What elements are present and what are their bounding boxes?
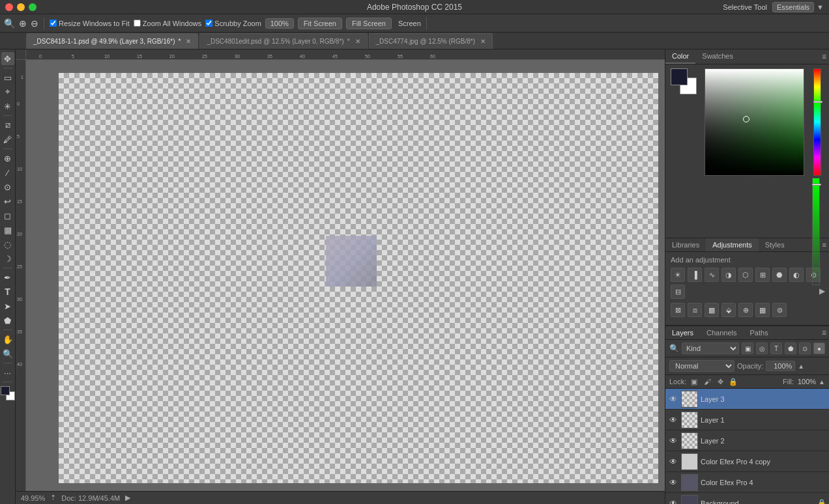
foreground-color-box[interactable] — [671, 68, 688, 85]
shape-tool[interactable]: ⬟ — [1, 314, 14, 327]
clone-tool[interactable]: ⊙ — [1, 180, 14, 193]
hue-sat-adj[interactable]: ⊞ — [755, 268, 770, 282]
layer-visibility-background[interactable]: 👁 — [668, 498, 678, 505]
foreground-color-swatch[interactable] — [1, 386, 10, 395]
close-button[interactable] — [5, 3, 13, 11]
smart-filter-btn[interactable]: ⊙ — [799, 343, 811, 354]
posterize-adj[interactable]: ▩ — [705, 303, 719, 317]
move-tool[interactable]: ✥ — [1, 52, 14, 65]
color-balance-adj[interactable]: ⬣ — [772, 268, 787, 282]
fill-screen-button[interactable]: Fill Screen — [346, 18, 392, 29]
adj-panel-menu-icon[interactable]: ≡ — [822, 241, 826, 249]
lock-position-btn[interactable]: ✥ — [715, 376, 725, 387]
gradient-map-adj[interactable]: ▦ — [755, 303, 770, 317]
layer-visibility-layer2[interactable]: 👁 — [668, 436, 678, 446]
scrubby-zoom-checkbox-group[interactable]: Scrubby Zoom — [205, 20, 261, 27]
invert-adj[interactable]: ⧈ — [688, 303, 702, 317]
healing-tool[interactable]: ⊕ — [1, 152, 14, 165]
color-panel-menu-icon[interactable]: ≡ — [822, 52, 826, 61]
threshold-adj[interactable]: ⬙ — [721, 303, 736, 317]
workspace-select[interactable]: Essentials — [772, 2, 814, 12]
status-icon[interactable]: ⇡ — [50, 494, 56, 502]
layer-item-color-efex[interactable]: 👁 Color Efex Pro 4 — [665, 472, 829, 493]
layer-visibility-layer3[interactable]: 👁 — [668, 394, 678, 404]
shadow-hl-adj[interactable]: ⊜ — [772, 303, 787, 317]
maximize-button[interactable] — [29, 3, 36, 11]
layers-tab[interactable]: Layers — [665, 326, 700, 339]
resize-windows-checkbox-group[interactable]: Resize Windows to Fit — [50, 20, 130, 27]
layer-item-layer3[interactable]: 👁 Layer 3 — [665, 389, 829, 410]
shape-filter-btn[interactable]: ⬟ — [785, 343, 796, 354]
opacity-arrows-icon[interactable]: ▲ — [798, 363, 804, 370]
path-select-tool[interactable]: ➤ — [1, 300, 14, 313]
color-tab[interactable]: Color — [665, 49, 695, 64]
tool-search[interactable]: 🔍 — [4, 18, 15, 29]
zoom-all-windows-checkbox[interactable] — [134, 20, 141, 27]
foreground-background-swatches[interactable] — [1, 386, 15, 400]
fill-arrows-icon[interactable]: ▲ — [819, 378, 825, 385]
status-arrow-icon[interactable]: ▶ — [125, 494, 130, 502]
layer-visibility-layer1[interactable]: 👁 — [668, 415, 678, 425]
lock-image-pixels-btn[interactable]: 🖌 — [702, 376, 712, 387]
layer-item-layer1[interactable]: 👁 Layer 1 — [665, 410, 829, 430]
color-saturation-value-box[interactable] — [705, 68, 804, 176]
zoom-out-tool[interactable]: ⊖ — [31, 18, 38, 29]
eraser-tool[interactable]: ◻ — [1, 209, 14, 222]
layers-panel-menu-icon[interactable]: ≡ — [822, 328, 826, 337]
tab-dsc4801[interactable]: _DSC4801edit.psd @ 12.5% (Layer 0, RGB/8… — [199, 33, 367, 49]
lock-pixels-btn[interactable]: ▣ — [689, 376, 699, 387]
channel-mixer-adj[interactable]: ⊟ — [671, 285, 685, 299]
blur-tool[interactable]: ◌ — [1, 238, 14, 251]
alpha-slider[interactable] — [812, 178, 820, 285]
lock-all-btn[interactable]: 🔒 — [728, 376, 738, 387]
crop-tool[interactable]: ⧄ — [1, 119, 14, 132]
zoom-tool[interactable]: 🔍 — [1, 347, 14, 360]
color-lookup-adj[interactable]: ⊠ — [671, 303, 685, 317]
curves-adj[interactable]: ∿ — [705, 268, 719, 282]
adj-filter-btn[interactable]: ◎ — [756, 343, 768, 354]
hue-slider[interactable] — [813, 68, 821, 176]
resize-windows-checkbox[interactable] — [50, 20, 57, 27]
hand-tool[interactable]: ✋ — [1, 333, 14, 346]
tab-close-3[interactable]: ✕ — [480, 38, 486, 45]
magic-wand-tool[interactable]: ✳ — [1, 100, 14, 113]
dodge-tool[interactable]: ☽ — [1, 252, 14, 265]
layer-item-layer2[interactable]: 👁 Layer 2 — [665, 430, 829, 451]
marquee-tool[interactable]: ▭ — [1, 71, 14, 84]
fg-bg-color-swatches[interactable] — [671, 68, 697, 94]
type-filter-btn[interactable]: T — [770, 343, 782, 354]
minimize-button[interactable] — [17, 3, 25, 11]
levels-adj[interactable]: ▐ — [688, 268, 702, 282]
zoom-all-windows-checkbox-group[interactable]: Zoom All Windows — [134, 20, 201, 27]
workspace-chevron-icon[interactable]: ▼ — [817, 3, 824, 11]
more-tools-btn[interactable]: ··· — [1, 366, 14, 379]
tab-dsc8418[interactable]: _DSC8418-1-1.psd @ 49.9% (Layer 3, RGB/1… — [26, 33, 198, 49]
swatches-tab[interactable]: Swatches — [695, 49, 740, 64]
zoom-in-tool[interactable]: ⊕ — [19, 18, 27, 29]
zoom-percentage-input[interactable]: 100% — [265, 18, 294, 29]
layer-visibility-color-efex[interactable]: 👁 — [668, 477, 678, 488]
lasso-tool[interactable]: ⌖ — [1, 85, 14, 98]
layer-item-color-efex-copy[interactable]: 👁 Color Efex Pro 4 copy — [665, 451, 829, 472]
scrubby-zoom-checkbox[interactable] — [205, 20, 212, 27]
brush-tool[interactable]: ∕ — [1, 166, 14, 179]
styles-tab[interactable]: Styles — [759, 238, 791, 251]
exposure-adj[interactable]: ◑ — [721, 268, 736, 282]
tab-dsc4774[interactable]: _DSC4774.jpg @ 12.5% (RGB/8*) ✕ — [369, 33, 493, 49]
brightness-contrast-adj[interactable]: ☀ — [671, 268, 685, 282]
tab-close-2[interactable]: ✕ — [355, 38, 360, 45]
channels-tab[interactable]: Channels — [700, 326, 743, 339]
opacity-input[interactable] — [766, 361, 795, 371]
black-white-adj[interactable]: ◐ — [789, 268, 804, 282]
fit-screen-button[interactable]: Fit Screen — [298, 18, 342, 29]
pixel-filter-btn[interactable]: ▣ — [742, 343, 753, 354]
layer-item-background[interactable]: 👁 Background 🔒 — [665, 493, 829, 504]
pen-tool[interactable]: ✒ — [1, 271, 14, 284]
vibrance-adj[interactable]: ⬡ — [738, 268, 753, 282]
tab-close-1[interactable]: ✕ — [186, 38, 191, 45]
text-tool[interactable]: T — [1, 285, 14, 298]
paths-tab[interactable]: Paths — [744, 326, 775, 339]
selective-color-adj[interactable]: ⊕ — [738, 303, 753, 317]
eyedropper-tool[interactable]: 🖉 — [1, 133, 14, 146]
gradient-tool[interactable]: ▦ — [1, 223, 14, 236]
